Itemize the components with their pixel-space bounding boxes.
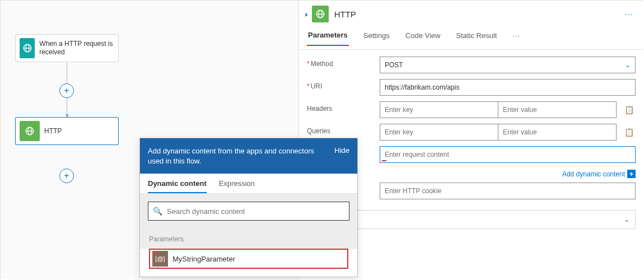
tab-code-view[interactable]: Code View <box>404 31 442 45</box>
panel-more-button[interactable]: ··· <box>625 10 638 18</box>
http-action-icon <box>20 121 40 141</box>
chevron-down-icon: ⌄ <box>625 61 631 69</box>
body-input[interactable]: Enter request content <box>380 146 636 163</box>
panel-tabs: Parameters Settings Code View Static Res… <box>299 27 643 50</box>
dynamic-content-item[interactable]: [@] MyStringParameter <box>149 249 348 269</box>
search-icon: 🔍 <box>153 207 162 216</box>
add-dynamic-badge-icon[interactable]: + <box>627 170 636 178</box>
tab-static-result[interactable]: Static Result <box>455 31 498 45</box>
trigger-node[interactable]: When a HTTP request is received <box>15 34 119 62</box>
queries-label: Queries <box>307 124 380 135</box>
panel-title: HTTP <box>334 10 626 19</box>
query-key-input[interactable] <box>380 124 498 141</box>
method-select[interactable]: POST ⌄ <box>380 57 636 73</box>
popup-message: Add dynamic content from the apps and co… <box>148 146 329 166</box>
http-panel-icon <box>312 6 329 22</box>
header-value-input[interactable] <box>498 101 617 118</box>
http-request-icon <box>20 38 35 58</box>
dynamic-item-label: MyStringParameter <box>172 255 235 263</box>
headers-label: Headers <box>307 101 380 113</box>
cookie-input[interactable] <box>380 183 636 199</box>
add-step-button[interactable]: + <box>59 83 74 98</box>
popup-section-title: Parameters <box>140 228 357 249</box>
tab-parameters[interactable]: Parameters <box>307 31 349 46</box>
header-edit-icon[interactable]: 📋 <box>622 105 636 114</box>
popup-tab-expression[interactable]: Expression <box>219 179 255 193</box>
query-edit-icon[interactable]: 📋 <box>622 128 636 137</box>
collapse-panel-button[interactable]: ›› <box>305 10 306 18</box>
uri-label: *URI <box>307 79 380 90</box>
add-dynamic-content-link[interactable]: Add dynamic content <box>562 170 625 178</box>
tab-settings[interactable]: Settings <box>362 31 391 45</box>
header-key-input[interactable] <box>380 101 498 118</box>
query-value-input[interactable] <box>498 124 617 141</box>
http-action-label: HTTP <box>44 127 64 136</box>
http-action-node[interactable]: HTTP <box>15 117 119 145</box>
chevron-down-icon: ⌄ <box>624 216 629 223</box>
parameter-icon: [@] <box>152 251 168 267</box>
popup-hide-button[interactable]: Hide <box>334 146 349 155</box>
popup-tab-dynamic[interactable]: Dynamic content <box>148 179 207 193</box>
trigger-label: When a HTTP request is received <box>39 40 118 57</box>
add-step-button[interactable]: + <box>59 169 74 183</box>
uri-input[interactable] <box>380 79 636 96</box>
tab-more[interactable]: ··· <box>511 31 521 45</box>
method-label: *Method <box>307 57 380 68</box>
dynamic-content-popup: Add dynamic content from the apps and co… <box>139 138 358 277</box>
dynamic-search-input[interactable] <box>167 207 344 216</box>
